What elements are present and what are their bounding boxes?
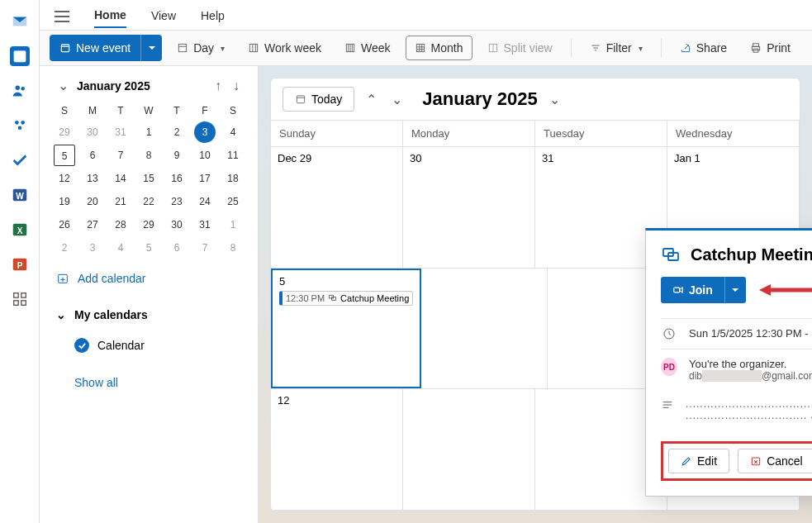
event-datetime: Sun 1/5/2025 12:30 PM - 1:00 PM: [689, 327, 812, 340]
todo-icon[interactable]: [10, 150, 30, 170]
mini-cal-day[interactable]: 28: [110, 214, 131, 235]
mini-cal-day[interactable]: 13: [82, 168, 103, 189]
calendar-plus-icon: [56, 272, 69, 285]
filter-button[interactable]: Filter▾: [582, 36, 651, 60]
hamburger-icon[interactable]: [55, 11, 69, 26]
mini-cal-day[interactable]: 31: [194, 214, 216, 235]
day-button[interactable]: Day▾: [169, 36, 233, 60]
calendar-cell[interactable]: 30: [403, 147, 535, 268]
chevron-down-icon[interactable]: ⌄: [546, 90, 563, 109]
pencil-icon: [681, 455, 692, 467]
mail-icon[interactable]: [10, 12, 30, 31]
mini-cal-day[interactable]: 27: [82, 214, 103, 235]
my-calendars-section[interactable]: ⌄ My calendars: [46, 298, 251, 331]
print-button[interactable]: Print: [742, 36, 799, 60]
mini-cal-day[interactable]: 8: [138, 145, 159, 166]
tab-home[interactable]: Home: [94, 8, 126, 28]
calendar-cell[interactable]: [403, 389, 535, 510]
excel-icon[interactable]: X: [10, 220, 30, 240]
mini-cal-day[interactable]: 11: [222, 145, 244, 166]
mini-cal-day[interactable]: 16: [166, 168, 188, 189]
video-icon: [672, 284, 684, 296]
mini-cal-day[interactable]: 1: [222, 214, 244, 235]
mini-cal-day[interactable]: 23: [166, 191, 188, 212]
work-week-button[interactable]: Work week: [240, 36, 330, 60]
today-button[interactable]: Today: [283, 87, 354, 112]
mini-cal-day[interactable]: 31: [110, 121, 131, 143]
next-month-icon[interactable]: ↓: [230, 77, 243, 95]
share-button[interactable]: Share: [672, 36, 735, 60]
mini-cal-day[interactable]: 3: [82, 237, 103, 259]
mini-cal-day[interactable]: 7: [110, 145, 131, 166]
mini-cal-day[interactable]: 18: [222, 168, 244, 189]
mini-cal-day[interactable]: 21: [110, 191, 131, 212]
calendar-cell[interactable]: 512:30 PMCatchup Meeting: [271, 269, 421, 389]
calendar-cell[interactable]: [421, 269, 548, 389]
mini-cal-day[interactable]: 22: [138, 191, 159, 212]
calendar-item[interactable]: Calendar: [46, 331, 251, 359]
mini-cal-day[interactable]: 25: [222, 191, 244, 212]
mini-cal-day[interactable]: 14: [110, 168, 131, 189]
new-event-button[interactable]: New event: [50, 35, 140, 61]
mini-cal-day[interactable]: 6: [82, 145, 103, 166]
chevron-down-icon[interactable]: ⌄: [55, 76, 72, 95]
calendar-icon[interactable]: [10, 46, 30, 66]
mini-cal-day[interactable]: 8: [222, 237, 244, 259]
split-view-button[interactable]: Split view: [479, 36, 561, 60]
mini-cal-day[interactable]: 4: [110, 237, 131, 259]
groups-icon[interactable]: [10, 116, 30, 136]
mini-cal-dow: M: [79, 102, 106, 120]
tab-view[interactable]: View: [151, 9, 176, 27]
mini-cal-day[interactable]: 19: [54, 191, 75, 212]
powerpoint-icon[interactable]: P: [10, 254, 30, 274]
mini-cal-day[interactable]: 12: [54, 168, 75, 189]
prev-month-icon[interactable]: ↑: [211, 77, 225, 95]
next-period-icon[interactable]: ⌄: [388, 90, 406, 109]
organizer-text: You're the organizer.: [689, 358, 812, 370]
cancel-button[interactable]: Cancel: [738, 449, 812, 473]
attendee-status: dibxxxxxxxxxxxx@gmail.com didn't respond…: [689, 370, 812, 382]
calendar-title: January 2025: [422, 88, 537, 110]
mini-cal-day[interactable]: 2: [166, 121, 188, 143]
people-icon[interactable]: [10, 81, 30, 101]
join-button[interactable]: Join: [661, 277, 724, 303]
mini-cal-day[interactable]: 1: [138, 121, 159, 143]
mini-cal-day[interactable]: 17: [194, 168, 216, 189]
week-button[interactable]: Week: [336, 36, 399, 60]
svg-rect-41: [753, 44, 759, 47]
month-button[interactable]: Month: [406, 36, 472, 60]
mini-cal-day[interactable]: 15: [138, 168, 159, 189]
event-chip[interactable]: 12:30 PMCatchup Meeting: [279, 291, 413, 306]
edit-button[interactable]: Edit: [668, 449, 729, 473]
more-apps-icon[interactable]: [10, 289, 30, 309]
mini-cal-day[interactable]: 10: [194, 145, 216, 166]
mini-cal-day[interactable]: 26: [54, 214, 75, 235]
mini-cal-day[interactable]: 29: [54, 121, 75, 143]
mini-cal-day[interactable]: 5: [54, 145, 75, 166]
calendar-icon: [295, 93, 306, 105]
join-dropdown[interactable]: [724, 277, 746, 303]
mini-cal-day[interactable]: 20: [82, 191, 103, 212]
new-event-dropdown[interactable]: [140, 35, 162, 61]
calendar-cell[interactable]: Dec 29: [271, 147, 403, 268]
mini-cal-day[interactable]: 7: [194, 237, 216, 259]
mini-cal-day[interactable]: 5: [138, 237, 159, 259]
word-icon[interactable]: W: [10, 185, 30, 205]
prev-period-icon[interactable]: ⌃: [363, 90, 380, 109]
avatar: PD: [661, 358, 677, 376]
tab-help[interactable]: Help: [201, 9, 225, 27]
mini-cal-day[interactable]: 4: [222, 121, 244, 143]
mini-cal-day[interactable]: 6: [166, 237, 188, 259]
svg-rect-20: [61, 45, 69, 52]
day-header: Monday: [403, 121, 535, 146]
calendar-cell[interactable]: 12: [271, 389, 403, 510]
mini-cal-day[interactable]: 29: [138, 214, 159, 235]
show-all-link[interactable]: Show all: [46, 359, 251, 396]
mini-cal-day[interactable]: 3: [194, 121, 216, 143]
add-calendar-button[interactable]: Add calendar: [46, 259, 251, 298]
mini-cal-day[interactable]: 2: [54, 237, 75, 259]
mini-cal-day[interactable]: 9: [166, 145, 188, 166]
mini-cal-day[interactable]: 30: [82, 121, 103, 143]
mini-cal-day[interactable]: 24: [194, 191, 216, 212]
mini-cal-day[interactable]: 30: [166, 214, 188, 235]
